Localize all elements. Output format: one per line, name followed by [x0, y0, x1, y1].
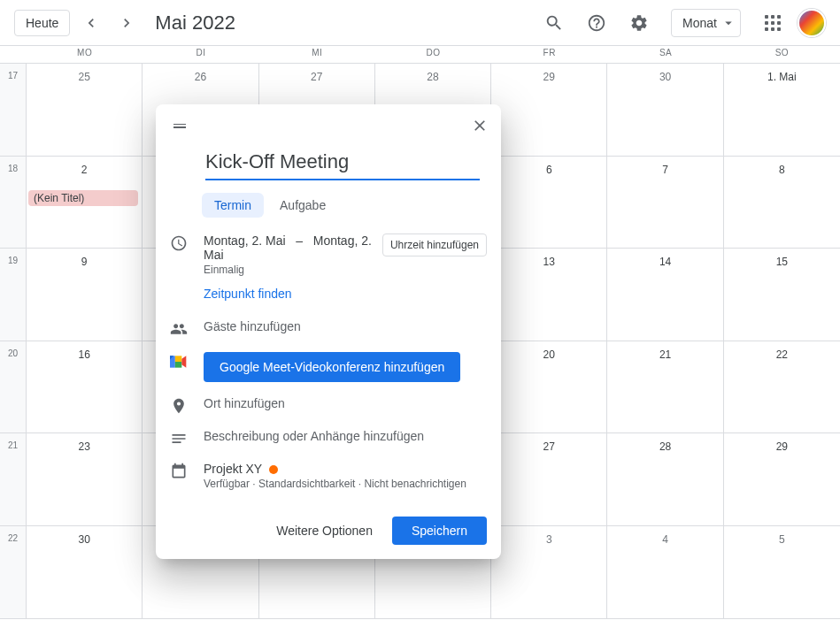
event-title-input[interactable]: [205, 147, 480, 180]
help-button[interactable]: [579, 5, 614, 41]
day-cell[interactable]: 21: [607, 341, 723, 434]
day-number: 2: [30, 160, 138, 176]
day-cell[interactable]: 1. Mai: [724, 64, 840, 157]
tab-task[interactable]: Aufgabe: [267, 193, 338, 218]
day-number: 9: [30, 252, 138, 268]
day-cell[interactable]: 30: [27, 526, 143, 619]
date-start[interactable]: Montag, 2. Mai: [204, 233, 286, 248]
day-number: 8: [728, 160, 836, 176]
clock-icon: [170, 234, 188, 252]
day-number: 3: [495, 530, 603, 546]
add-location-field[interactable]: Ort hinzufügen: [204, 396, 487, 410]
day-number: 29: [495, 67, 603, 83]
day-cell[interactable]: 14: [607, 249, 723, 341]
location-icon: [170, 397, 188, 415]
week-number: 19: [0, 249, 27, 341]
day-header: MI: [259, 46, 375, 63]
search-button[interactable]: [536, 5, 572, 41]
day-cell[interactable]: 16: [27, 341, 143, 434]
event-chip[interactable]: (Kein Titel): [28, 190, 138, 206]
description-icon: [170, 430, 188, 448]
view-selector[interactable]: Monat: [671, 9, 741, 37]
day-cell[interactable]: 9: [27, 249, 143, 341]
people-icon: [170, 320, 188, 338]
day-number: 21: [611, 345, 719, 361]
day-number: 4: [611, 530, 719, 546]
day-number: 28: [611, 437, 719, 453]
day-number: 5: [728, 530, 836, 546]
apps-button[interactable]: [755, 5, 790, 41]
add-meet-button[interactable]: Google Meet-Videokonferenz hinzufügen: [204, 352, 460, 382]
day-cell[interactable]: 29: [724, 433, 840, 526]
day-cell[interactable]: 22: [724, 341, 840, 434]
recurrence-label: Einmalig: [204, 264, 382, 276]
day-cell[interactable]: 8: [724, 157, 840, 249]
day-cell[interactable]: 6: [491, 157, 607, 249]
day-number: 7: [611, 160, 719, 176]
save-button[interactable]: Speichern: [392, 517, 487, 545]
close-button[interactable]: [466, 111, 494, 140]
day-cell[interactable]: 3: [491, 526, 607, 619]
search-icon: [544, 13, 564, 33]
week-number: 20: [0, 341, 27, 434]
day-cell[interactable]: 29: [491, 64, 607, 157]
tab-event[interactable]: Termin: [202, 193, 264, 218]
calendar-name[interactable]: Projekt XY: [204, 462, 262, 476]
create-event-dialog: Termin Aufgabe Montag, 2. Mai – Montag, …: [156, 104, 501, 559]
day-number: 23: [30, 437, 138, 453]
prev-month-button[interactable]: [77, 9, 105, 37]
day-number: 6: [495, 160, 603, 176]
add-description-field[interactable]: Beschreibung oder Anhänge hinzufügen: [204, 429, 487, 443]
day-number: 27: [263, 67, 371, 83]
day-number: 30: [611, 67, 719, 83]
day-number: 13: [495, 252, 603, 268]
day-cell[interactable]: 23: [27, 433, 143, 526]
day-number: 30: [30, 530, 138, 546]
more-options-button[interactable]: Weitere Optionen: [264, 517, 385, 545]
day-cell[interactable]: 20: [491, 341, 607, 434]
day-header: SO: [724, 46, 840, 63]
day-number: 15: [728, 252, 836, 268]
calendar-color-dot: [269, 465, 278, 474]
day-cell[interactable]: 5: [724, 526, 840, 619]
add-guests-field[interactable]: Gäste hinzufügen: [204, 319, 487, 333]
day-number: 27: [495, 437, 603, 453]
day-number: 29: [728, 437, 836, 453]
day-number: 14: [611, 252, 719, 268]
drag-handle-icon[interactable]: [170, 120, 189, 132]
day-number: 1. Mai: [728, 67, 836, 83]
settings-button[interactable]: [621, 5, 657, 41]
day-headers: MO DI MI DO FR SA SO: [0, 46, 840, 64]
app-header: Heute Mai 2022 Monat: [0, 0, 840, 46]
calendar-details: Verfügbar · Standardsichtbarkeit · Nicht…: [204, 478, 487, 490]
month-title: Mai 2022: [155, 11, 235, 34]
svg-rect-1: [175, 356, 182, 362]
day-header: SA: [607, 46, 723, 63]
day-number: 22: [728, 345, 836, 361]
day-cell[interactable]: 2(Kein Titel): [27, 157, 143, 249]
day-cell[interactable]: 25: [27, 64, 143, 157]
day-header: DI: [143, 46, 258, 63]
help-icon: [587, 13, 606, 33]
day-cell[interactable]: 4: [607, 526, 723, 619]
apps-icon: [765, 15, 781, 31]
day-cell[interactable]: 13: [491, 249, 607, 341]
day-cell[interactable]: 27: [491, 433, 607, 526]
account-avatar[interactable]: [798, 9, 826, 37]
find-time-link[interactable]: Zeitpunkt finden: [204, 287, 292, 301]
next-month-button[interactable]: [112, 9, 141, 37]
day-number: 16: [30, 345, 138, 361]
chevron-right-icon: [118, 14, 135, 32]
day-number: 28: [379, 67, 487, 83]
chevron-left-icon: [82, 14, 100, 32]
day-number: 25: [30, 67, 138, 83]
day-cell[interactable]: 15: [724, 249, 840, 341]
day-cell[interactable]: 28: [607, 433, 723, 526]
today-button[interactable]: Heute: [14, 10, 70, 36]
day-cell[interactable]: 30: [607, 64, 723, 157]
week-number: 18: [0, 157, 27, 249]
add-time-button[interactable]: Uhrzeit hinzufügen: [382, 233, 487, 256]
date-sep: –: [296, 233, 303, 248]
day-cell[interactable]: 7: [607, 157, 723, 249]
meet-icon: [170, 353, 188, 371]
